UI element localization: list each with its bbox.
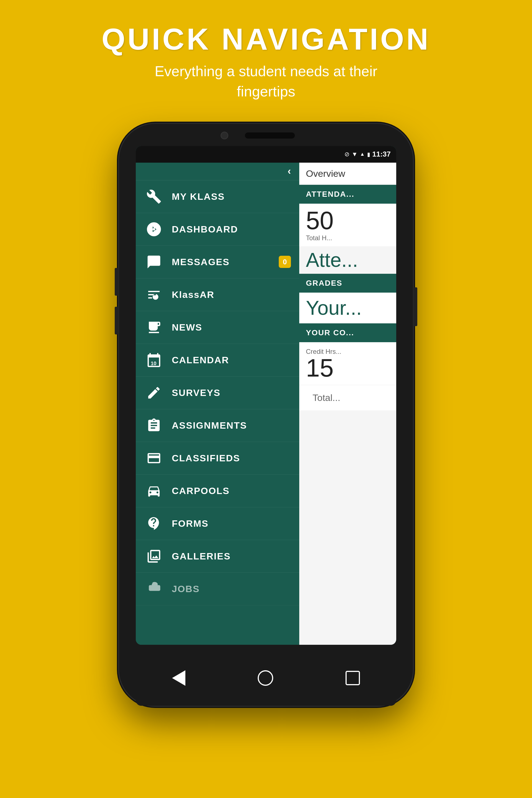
nav-item-dashboard[interactable]: DASHBOARD xyxy=(136,213,299,246)
nav-label-surveys: SURVEYS xyxy=(172,387,221,398)
nav-label-my-klass: MY KLASS xyxy=(172,191,225,202)
grades-word: Your... xyxy=(306,297,390,319)
grades-section-content: Your... xyxy=(299,292,396,323)
galleries-icon xyxy=(144,546,164,566)
front-camera xyxy=(221,132,228,139)
nav-label-forms: FORMS xyxy=(172,518,209,529)
nav-item-galleries[interactable]: GALLERIES xyxy=(136,540,299,573)
news-icon xyxy=(144,318,164,337)
carpools-icon xyxy=(144,481,164,500)
nav-label-dashboard: DASHBOARD xyxy=(172,224,238,235)
nav-drawer: ‹ MY KLASS DASHBOARD xyxy=(136,163,299,645)
right-panel: Overview ATTENDA... 50 Total H... Atte..… xyxy=(299,163,396,645)
nav-label-jobs: JOBS xyxy=(172,584,200,594)
volume-down-button[interactable] xyxy=(115,307,119,335)
attendance-total-section: 50 Total H... xyxy=(299,204,396,246)
nav-item-classifieds[interactable]: CLASSIFIEDS xyxy=(136,442,299,475)
back-hardware-button[interactable] xyxy=(172,670,185,686)
page-subtitle: Everything a student needs at their fing… xyxy=(141,61,391,102)
attendance-word-section: Atte... xyxy=(299,246,396,274)
total-label: Total... xyxy=(306,389,390,406)
nav-label-calendar: CALENDAR xyxy=(172,355,229,365)
nav-item-messages[interactable]: MESSAGES 0 xyxy=(136,246,299,279)
nav-item-news[interactable]: NEWS xyxy=(136,311,299,344)
assignments-icon xyxy=(144,416,164,435)
nav-label-carpools: CARPOOLS xyxy=(172,486,230,496)
page-background: QUICK NAVIGATION Everything a student ne… xyxy=(0,0,532,798)
nav-item-my-klass[interactable]: MY KLASS xyxy=(136,180,299,213)
grades-section-header: GRADES xyxy=(299,274,396,292)
courses-header-label: YOUR CO... xyxy=(306,328,390,337)
grades-header-label: GRADES xyxy=(306,279,390,288)
attendance-number: 50 xyxy=(306,208,390,233)
power-button[interactable] xyxy=(413,287,417,326)
status-icons: ⊘ ▼ ▲ ▮ 11:37 xyxy=(344,150,391,158)
battery-icon: ▮ xyxy=(367,151,370,158)
attendance-word-label: Atte... xyxy=(306,249,390,271)
attendance-header-label: ATTENDA... xyxy=(306,190,390,199)
classifieds-icon xyxy=(144,448,164,468)
page-header: QUICK NAVIGATION Everything a student ne… xyxy=(101,0,430,118)
nav-label-messages: MESSAGES xyxy=(172,256,230,267)
messages-badge: 0 xyxy=(279,256,291,268)
attendance-section-header: ATTENDA... xyxy=(299,185,396,204)
credit-section-content: Credit Hrs... 15 xyxy=(299,342,396,385)
calendar-icon: 10 xyxy=(144,350,164,369)
signal-icon: ▲ xyxy=(360,151,365,157)
nav-item-assignments[interactable]: ASSIGNMENTS xyxy=(136,409,299,442)
courses-section-header: YOUR CO... xyxy=(299,323,396,342)
page-title: QUICK NAVIGATION xyxy=(101,22,430,56)
home-hardware-button[interactable] xyxy=(258,670,273,686)
nav-item-jobs[interactable]: JOBS xyxy=(136,573,299,605)
klassar-icon xyxy=(144,285,164,304)
app-content: ‹ MY KLASS DASHBOARD xyxy=(136,163,396,645)
nav-label-assignments: ASSIGNMENTS xyxy=(172,420,247,431)
overview-title: Overview xyxy=(306,168,390,179)
total-section: Total... xyxy=(299,385,396,410)
credit-number: 15 xyxy=(306,356,390,380)
jobs-icon xyxy=(144,579,164,598)
nav-label-classifieds: CLASSIFIEDS xyxy=(172,453,240,463)
phone-bottom-nav xyxy=(136,650,396,706)
nav-item-surveys[interactable]: SURVEYS xyxy=(136,377,299,409)
phone-screen: ⊘ ▼ ▲ ▮ 11:37 ‹ xyxy=(136,146,396,645)
speaker xyxy=(245,132,295,138)
status-bar: ⊘ ▼ ▲ ▮ 11:37 xyxy=(136,146,396,163)
back-icon[interactable]: ‹ xyxy=(288,166,291,177)
nav-item-forms[interactable]: FORMS xyxy=(136,507,299,540)
wifi-icon: ▼ xyxy=(352,151,358,158)
overview-header: Overview xyxy=(299,163,396,185)
nav-item-klassar[interactable]: KlassAR xyxy=(136,279,299,311)
recents-hardware-button[interactable] xyxy=(345,671,360,685)
svg-text:10: 10 xyxy=(151,360,156,366)
nav-header: ‹ xyxy=(136,163,299,180)
nav-item-carpools[interactable]: CARPOOLS xyxy=(136,475,299,507)
no-disturb-icon: ⊘ xyxy=(344,151,349,158)
attendance-sub-label: Total H... xyxy=(306,234,390,242)
forms-icon xyxy=(144,514,164,533)
nav-label-news: NEWS xyxy=(172,322,202,333)
nav-label-klassar: KlassAR xyxy=(172,289,214,300)
messages-icon xyxy=(144,252,164,271)
dashboard-icon xyxy=(144,220,164,239)
nav-item-calendar[interactable]: 10 CALENDAR xyxy=(136,344,299,377)
status-time: 11:37 xyxy=(373,150,391,158)
nav-label-galleries: GALLERIES xyxy=(172,551,231,562)
wrench-icon xyxy=(144,187,164,206)
phone-device: ⊘ ▼ ▲ ▮ 11:37 ‹ xyxy=(119,124,413,706)
surveys-icon xyxy=(144,383,164,402)
volume-up-button[interactable] xyxy=(115,268,119,296)
